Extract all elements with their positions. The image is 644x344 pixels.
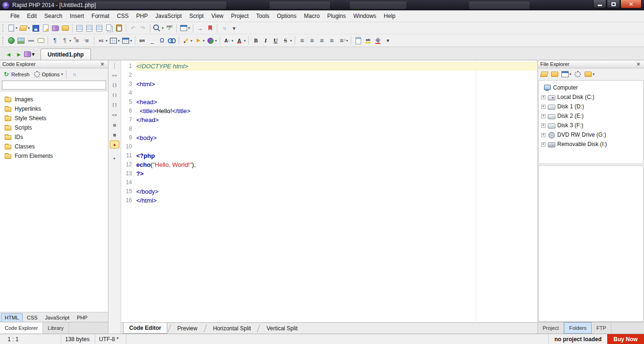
menu-options[interactable]: Options	[273, 11, 300, 21]
tab-css[interactable]: CSS	[24, 314, 41, 322]
underline-button[interactable]	[271, 35, 281, 46]
tab-library[interactable]: Library	[43, 322, 69, 334]
tab-html[interactable]: HTML	[1, 313, 23, 322]
numbered-list-button[interactable]	[72, 35, 82, 46]
new-folder-button[interactable]	[550, 69, 560, 80]
bookmarks-button[interactable]	[205, 23, 215, 33]
menu-file[interactable]: File	[7, 11, 23, 21]
find-button[interactable]: ▾	[152, 23, 165, 33]
save-file-button[interactable]	[31, 23, 41, 33]
align-left-button[interactable]	[297, 35, 307, 46]
open-file-button[interactable]: ▾	[18, 23, 31, 33]
code-explorer-item-classes[interactable]: Classes	[0, 142, 108, 151]
menu-javascript[interactable]: JavaScript	[151, 11, 185, 21]
expand-icon[interactable]: +	[541, 123, 545, 128]
paragraph-button[interactable]: ¶	[50, 35, 60, 46]
code-line-2[interactable]: 2	[121, 71, 537, 80]
tab-php[interactable]: PHP	[74, 314, 91, 322]
insert-script-button[interactable]: ▾	[193, 35, 206, 46]
snippet-box[interactable]: ▦	[110, 131, 119, 139]
code-editor[interactable]: 1<!DOCTYPE html>23<html>45<head>6 <title…	[121, 60, 537, 322]
navigate-back-button[interactable]	[4, 50, 13, 58]
insert-image-button[interactable]	[16, 35, 26, 46]
code-line-11[interactable]: 11<?php	[121, 151, 537, 160]
file-browser-button[interactable]	[60, 23, 70, 33]
file-list[interactable]	[538, 165, 644, 322]
insert-link-button[interactable]	[167, 35, 177, 46]
code-line-1[interactable]: 1<!DOCTYPE html>	[121, 62, 537, 71]
snippet-brackets[interactable]: []	[110, 101, 119, 109]
new-document-button[interactable]: ▾	[6, 23, 18, 33]
menu-php[interactable]: PHP	[132, 11, 152, 21]
line-break-button[interactable]: BR	[137, 35, 147, 46]
options-button[interactable]: Options ▾	[32, 69, 64, 80]
menu-project[interactable]: Project	[227, 11, 252, 21]
menu-tools[interactable]: Tools	[252, 11, 273, 21]
code-line-16[interactable]: 16</html>	[121, 196, 537, 205]
code-line-5[interactable]: 5<head>	[121, 98, 537, 106]
sort-button[interactable]	[219, 23, 229, 33]
menu-search[interactable]: Search	[41, 11, 66, 21]
snippet-parens[interactable]: ()	[110, 91, 119, 99]
snippet-chevrons[interactable]: «»	[110, 71, 119, 79]
code-line-7[interactable]: 7</head>	[121, 115, 537, 124]
view-tab-vertical-split[interactable]: Vertical Split	[261, 323, 303, 334]
strikethrough-button[interactable]: ▾	[281, 35, 293, 46]
code-explorer-item-images[interactable]: Images	[0, 95, 108, 104]
buy-now-button[interactable]: Buy Now	[607, 334, 644, 344]
horizontal-rule-button[interactable]	[26, 35, 36, 46]
font-button[interactable]: ▾	[222, 35, 234, 46]
code-explorer-item-scripts[interactable]: Scripts	[0, 123, 108, 132]
non-breaking-space-button[interactable]: _	[147, 35, 157, 46]
code-explorer-item-style-sheets[interactable]: Style Sheets	[0, 114, 108, 123]
close-button[interactable]: ✕	[620, 0, 642, 8]
expand-icon[interactable]: +	[541, 114, 545, 118]
code-explorer-item-ids[interactable]: IDs	[0, 132, 108, 142]
insert-form-button[interactable]: ▾	[121, 35, 133, 46]
code-line-13[interactable]: 13?>	[121, 169, 537, 178]
toolbar-grip[interactable]	[2, 37, 4, 45]
code-clips-button[interactable]	[94, 23, 104, 33]
code-line-3[interactable]: 3<html>	[121, 80, 537, 89]
code-line-6[interactable]: 6 <title>Hello!</title>	[121, 106, 537, 115]
bold-button[interactable]	[251, 35, 261, 46]
collapse-sidebar-button[interactable]: ▸	[110, 154, 119, 162]
highlight-color-button[interactable]	[363, 35, 373, 46]
menu-macro[interactable]: Macro	[300, 11, 323, 21]
text-format-button[interactable]: ¶▾	[60, 35, 72, 46]
tab-javascript[interactable]: JavaScript	[42, 314, 73, 322]
bullet-list-button[interactable]	[82, 35, 92, 46]
tab-project[interactable]: Project	[538, 322, 564, 334]
justify-button[interactable]	[327, 35, 337, 46]
expand-icon[interactable]: +	[541, 142, 545, 147]
menu-windows[interactable]: Windows	[349, 11, 380, 21]
undo-button[interactable]: ↶	[128, 23, 138, 33]
refresh-button[interactable]: Refresh	[1, 69, 32, 80]
file-tree-item-disk-3-f-[interactable]: +Disk 3 (F:)	[539, 121, 643, 130]
code-line-4[interactable]: 4	[121, 89, 537, 98]
library-button[interactable]	[50, 23, 60, 33]
code-explorer-filter-input[interactable]	[2, 81, 106, 89]
line-spacing-button[interactable]: ▾	[337, 35, 349, 46]
view-tab-preview[interactable]: Preview	[172, 323, 203, 334]
fill-color-button[interactable]	[373, 35, 383, 46]
close-panel-icon[interactable]: ✕	[635, 62, 642, 67]
tab-code-explorer[interactable]: Code Explorer	[0, 322, 43, 334]
code-snippets-button[interactable]	[74, 23, 84, 33]
code-line-9[interactable]: 9<body>	[121, 133, 537, 142]
snippet-marker[interactable]: ◆	[110, 140, 119, 148]
tab-folders[interactable]: Folders	[564, 322, 592, 334]
menu-edit[interactable]: Edit	[23, 11, 41, 21]
code-line-8[interactable]: 8	[121, 124, 537, 133]
menu-format[interactable]: Format	[88, 11, 113, 21]
paste-button[interactable]	[114, 23, 124, 33]
code-line-10[interactable]: 10	[121, 142, 537, 151]
toolbar-overflow-button[interactable]: ▾	[229, 23, 239, 33]
bar-grip[interactable]	[114, 64, 115, 68]
find-next-button[interactable]	[195, 23, 205, 33]
favorites-button[interactable]: ▾	[583, 69, 595, 80]
file-list-button[interactable]: ▾	[25, 50, 34, 58]
menu-help[interactable]: Help	[380, 11, 399, 21]
snippet-braces[interactable]: {}	[110, 81, 119, 89]
file-tree-item-disk-2-e-[interactable]: +Disk 2 (E:)	[539, 111, 643, 121]
